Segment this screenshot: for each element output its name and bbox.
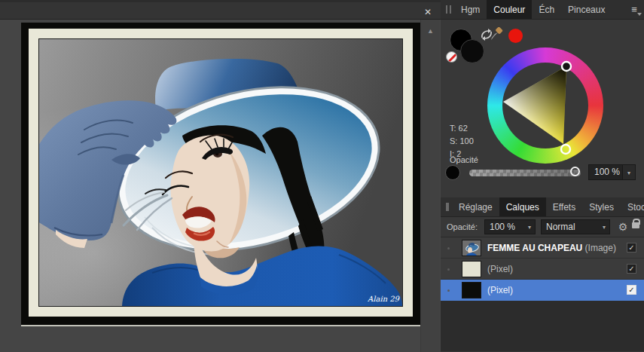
opacity-slider[interactable]: [469, 170, 581, 176]
color-panel-tabs: Hgm Couleur Éch Pinceaux: [454, 0, 624, 19]
document-tab-bar: ✕: [0, 0, 441, 20]
chevron-down-icon: ▾: [528, 220, 531, 235]
app-root: ✕: [0, 0, 644, 352]
layer-row-femme-au-chapeau[interactable]: FEMME AU CHAPEAU (Image) ✓: [441, 237, 644, 259]
tab-stock[interactable]: Stock: [621, 197, 644, 216]
artwork-illustration: Alain 29: [39, 39, 402, 306]
document-window: ✕: [0, 0, 441, 352]
blend-mode-value: Normal: [546, 222, 575, 232]
tab-pinceaux[interactable]: Pinceaux: [561, 0, 612, 19]
canvas-pasteboard[interactable]: Alain 29 ▲: [0, 20, 441, 352]
layer-thumbnail[interactable]: [462, 282, 481, 298]
panel-grip-icon[interactable]: [446, 203, 449, 211]
lock-icon[interactable]: [632, 222, 639, 228]
opacity-color-swatch[interactable]: [445, 165, 460, 180]
layer-label: FEMME AU CHAPEAU (Image): [487, 243, 616, 253]
blend-mode-select[interactable]: Normal ▾: [541, 219, 610, 234]
artist-signature: Alain 29: [367, 295, 401, 303]
layers-panel-header: Réglage Calques Effets Styles Stock ≡: [441, 197, 644, 217]
opacity-dropdown-icon[interactable]: ▾: [623, 164, 636, 180]
layer-type: (Image): [585, 243, 616, 253]
color-panel-body: T: 62 S: 100 I: 2 Opacité 100 % ▾: [441, 20, 644, 197]
layer-type: (Pixel): [487, 264, 513, 274]
visibility-checkbox[interactable]: ✓: [627, 285, 636, 295]
layer-thumbnail[interactable]: [462, 261, 481, 277]
opacity-slider-handle[interactable]: [570, 167, 580, 176]
tab-styles[interactable]: Styles: [582, 197, 621, 216]
no-fill-icon[interactable]: [446, 51, 457, 63]
tab-couleur[interactable]: Couleur: [487, 0, 532, 19]
document-page: Alain 29: [21, 23, 420, 326]
tab-ech[interactable]: Éch: [532, 0, 561, 19]
side-panels: Hgm Couleur Éch Pinceaux ≡: [441, 0, 644, 352]
layer-thumbnail[interactable]: [462, 240, 481, 256]
layer-row-pixel-black[interactable]: (Pixel) ✓: [441, 280, 644, 301]
shade-marker[interactable]: [562, 62, 571, 71]
opacity-value-field[interactable]: 100 %: [588, 164, 623, 180]
panel-grip-icon[interactable]: [446, 5, 451, 14]
close-icon[interactable]: ✕: [421, 5, 435, 19]
artwork-frame: Alain 29: [29, 29, 413, 317]
visibility-checkbox[interactable]: ✓: [627, 264, 636, 274]
saturation-readout: S: 100: [450, 136, 474, 145]
layer-label: (Pixel): [487, 264, 513, 274]
tab-hgm[interactable]: Hgm: [454, 0, 487, 19]
layers-empty-area: [441, 301, 644, 351]
gear-icon[interactable]: ⚙: [616, 219, 630, 234]
color-panel: Hgm Couleur Éch Pinceaux ≡: [441, 0, 644, 197]
artwork-image: Alain 29: [38, 38, 403, 307]
eyedropper-icon[interactable]: [489, 27, 504, 42]
layer-row-pixel-cream[interactable]: (Pixel) ✓: [441, 259, 644, 280]
row-grip-icon: [447, 268, 450, 271]
color-panel-header: Hgm Couleur Éch Pinceaux ≡: [441, 0, 644, 20]
row-grip-icon: [447, 247, 450, 249]
layer-opacity-label: Opacité:: [447, 222, 478, 231]
chevron-down-icon: ▾: [603, 220, 606, 235]
layer-name: FEMME AU CHAPEAU: [487, 243, 582, 253]
visibility-checkbox[interactable]: ✓: [627, 243, 636, 253]
tab-calques[interactable]: Calques: [499, 197, 546, 216]
row-grip-icon: [447, 289, 450, 292]
layer-label: (Pixel): [487, 285, 513, 295]
layer-opacity-select[interactable]: 100 % ▾: [484, 219, 536, 234]
recent-color-swatch[interactable]: [508, 29, 523, 43]
hue-readout: T: 62: [450, 124, 468, 133]
saturation-triangle[interactable]: [487, 47, 603, 164]
panel-menu-icon[interactable]: ≡: [624, 0, 644, 19]
tab-reglage[interactable]: Réglage: [452, 197, 499, 216]
opacity-label: Opacité: [450, 155, 478, 164]
layer-opacity-value: 100 %: [490, 222, 515, 232]
canvas-scrollbar[interactable]: ▲: [420, 20, 440, 352]
layers-list: FEMME AU CHAPEAU (Image) ✓ (Pixel) ✓: [441, 237, 644, 351]
color-wheel[interactable]: [487, 47, 603, 164]
layers-panel-tabs: Réglage Calques Effets Styles Stock: [452, 197, 644, 216]
scroll-up-icon[interactable]: ▲: [421, 27, 440, 35]
layers-controls: Opacité: 100 % ▾ Normal ▾ ⚙: [441, 217, 644, 237]
layers-panel: Réglage Calques Effets Styles Stock ≡ Op…: [441, 197, 644, 351]
primary-color-swatch[interactable]: [460, 39, 484, 63]
tab-effets[interactable]: Effets: [546, 197, 582, 216]
hue-marker[interactable]: [561, 145, 570, 154]
layer-type: (Pixel): [487, 285, 513, 295]
